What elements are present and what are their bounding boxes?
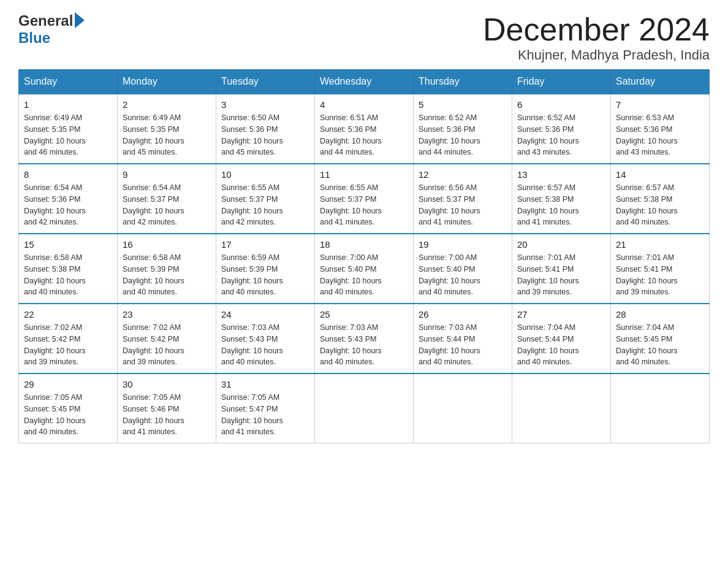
day-info: Sunrise: 7:02 AM Sunset: 5:42 PM Dayligh…: [123, 322, 211, 368]
day-number: 15: [24, 239, 112, 250]
calendar-cell: 28 Sunrise: 7:04 AM Sunset: 5:45 PM Dayl…: [611, 304, 710, 373]
calendar-cell: 19 Sunrise: 7:00 AM Sunset: 5:40 PM Dayl…: [414, 234, 512, 304]
month-title: December 2024: [483, 12, 710, 47]
calendar-cell: 3 Sunrise: 6:50 AM Sunset: 5:36 PM Dayli…: [216, 94, 315, 164]
day-info: Sunrise: 7:00 AM Sunset: 5:40 PM Dayligh…: [320, 252, 408, 298]
day-info: Sunrise: 7:05 AM Sunset: 5:46 PM Dayligh…: [123, 392, 211, 438]
calendar-week-row: 1 Sunrise: 6:49 AM Sunset: 5:35 PM Dayli…: [19, 94, 710, 164]
day-number: 5: [419, 99, 507, 110]
day-info: Sunrise: 7:03 AM Sunset: 5:43 PM Dayligh…: [221, 322, 309, 368]
calendar-cell: 11 Sunrise: 6:55 AM Sunset: 5:37 PM Dayl…: [315, 164, 414, 234]
calendar-cell: 29 Sunrise: 7:05 AM Sunset: 5:45 PM Dayl…: [19, 373, 118, 443]
calendar-cell: 30 Sunrise: 7:05 AM Sunset: 5:46 PM Dayl…: [118, 373, 216, 443]
day-info: Sunrise: 7:03 AM Sunset: 5:44 PM Dayligh…: [419, 322, 507, 368]
day-number: 2: [123, 99, 211, 110]
col-header-saturday: Saturday: [611, 70, 710, 94]
day-info: Sunrise: 6:49 AM Sunset: 5:35 PM Dayligh…: [24, 112, 112, 158]
day-number: 20: [517, 239, 605, 250]
day-number: 31: [221, 379, 309, 389]
col-header-thursday: Thursday: [414, 70, 512, 94]
logo: General Blue: [18, 12, 85, 47]
day-info: Sunrise: 7:05 AM Sunset: 5:47 PM Dayligh…: [221, 392, 309, 438]
day-number: 1: [24, 99, 112, 110]
calendar-cell: [512, 373, 611, 443]
day-info: Sunrise: 6:57 AM Sunset: 5:38 PM Dayligh…: [517, 182, 605, 228]
calendar-cell: 25 Sunrise: 7:03 AM Sunset: 5:43 PM Dayl…: [315, 304, 414, 373]
day-info: Sunrise: 6:55 AM Sunset: 5:37 PM Dayligh…: [221, 182, 309, 228]
calendar-cell: 15 Sunrise: 6:58 AM Sunset: 5:38 PM Dayl…: [19, 234, 118, 304]
day-info: Sunrise: 6:57 AM Sunset: 5:38 PM Dayligh…: [616, 182, 704, 228]
day-info: Sunrise: 7:02 AM Sunset: 5:42 PM Dayligh…: [24, 322, 112, 368]
logo-arrow-icon: [75, 12, 85, 28]
day-number: 28: [616, 309, 704, 320]
col-header-wednesday: Wednesday: [315, 70, 414, 94]
calendar-week-row: 29 Sunrise: 7:05 AM Sunset: 5:45 PM Dayl…: [19, 373, 710, 443]
calendar-cell: 10 Sunrise: 6:55 AM Sunset: 5:37 PM Dayl…: [216, 164, 315, 234]
calendar-cell: 5 Sunrise: 6:52 AM Sunset: 5:36 PM Dayli…: [414, 94, 512, 164]
day-number: 18: [320, 239, 408, 250]
calendar-cell: 31 Sunrise: 7:05 AM Sunset: 5:47 PM Dayl…: [216, 373, 315, 443]
day-info: Sunrise: 6:56 AM Sunset: 5:37 PM Dayligh…: [419, 182, 507, 228]
day-info: Sunrise: 7:03 AM Sunset: 5:43 PM Dayligh…: [320, 322, 408, 368]
day-info: Sunrise: 6:50 AM Sunset: 5:36 PM Dayligh…: [221, 112, 309, 158]
calendar-cell: 17 Sunrise: 6:59 AM Sunset: 5:39 PM Dayl…: [216, 234, 315, 304]
location-text: Khujner, Madhya Pradesh, India: [483, 47, 710, 63]
day-number: 6: [517, 99, 605, 110]
day-info: Sunrise: 6:53 AM Sunset: 5:36 PM Dayligh…: [616, 112, 704, 158]
day-info: Sunrise: 6:49 AM Sunset: 5:35 PM Dayligh…: [123, 112, 211, 158]
day-number: 29: [24, 379, 112, 389]
title-section: December 2024 Khujner, Madhya Pradesh, I…: [483, 12, 710, 63]
calendar-cell: 24 Sunrise: 7:03 AM Sunset: 5:43 PM Dayl…: [216, 304, 315, 373]
calendar-week-row: 8 Sunrise: 6:54 AM Sunset: 5:36 PM Dayli…: [19, 164, 710, 234]
day-info: Sunrise: 6:54 AM Sunset: 5:36 PM Dayligh…: [24, 182, 112, 228]
day-info: Sunrise: 7:04 AM Sunset: 5:44 PM Dayligh…: [517, 322, 605, 368]
day-info: Sunrise: 6:59 AM Sunset: 5:39 PM Dayligh…: [221, 252, 309, 298]
logo-general-text: General: [18, 12, 73, 29]
logo-wrapper: General Blue: [18, 12, 85, 47]
day-number: 13: [517, 169, 605, 180]
day-number: 25: [320, 309, 408, 320]
day-info: Sunrise: 7:00 AM Sunset: 5:40 PM Dayligh…: [419, 252, 507, 298]
day-info: Sunrise: 6:55 AM Sunset: 5:37 PM Dayligh…: [320, 182, 408, 228]
calendar-cell: 21 Sunrise: 7:01 AM Sunset: 5:41 PM Dayl…: [611, 234, 710, 304]
day-number: 30: [123, 379, 211, 389]
calendar-cell: 20 Sunrise: 7:01 AM Sunset: 5:41 PM Dayl…: [512, 234, 611, 304]
page-header: General Blue December 2024 Khujner, Madh…: [18, 12, 710, 63]
day-number: 7: [616, 99, 704, 110]
day-info: Sunrise: 7:01 AM Sunset: 5:41 PM Dayligh…: [517, 252, 605, 298]
calendar-cell: 9 Sunrise: 6:54 AM Sunset: 5:37 PM Dayli…: [118, 164, 216, 234]
day-info: Sunrise: 7:05 AM Sunset: 5:45 PM Dayligh…: [24, 392, 112, 438]
col-header-tuesday: Tuesday: [216, 70, 315, 94]
calendar-cell: [315, 373, 414, 443]
day-number: 19: [419, 239, 507, 250]
calendar-week-row: 15 Sunrise: 6:58 AM Sunset: 5:38 PM Dayl…: [19, 234, 710, 304]
calendar-cell: 8 Sunrise: 6:54 AM Sunset: 5:36 PM Dayli…: [19, 164, 118, 234]
day-number: 23: [123, 309, 211, 320]
calendar-cell: 12 Sunrise: 6:56 AM Sunset: 5:37 PM Dayl…: [414, 164, 512, 234]
day-info: Sunrise: 6:58 AM Sunset: 5:38 PM Dayligh…: [24, 252, 112, 298]
logo-blue-text: Blue: [18, 29, 85, 47]
calendar-header-row: SundayMondayTuesdayWednesdayThursdayFrid…: [19, 70, 710, 94]
calendar-cell: 2 Sunrise: 6:49 AM Sunset: 5:35 PM Dayli…: [118, 94, 216, 164]
day-number: 3: [221, 99, 309, 110]
day-number: 12: [419, 169, 507, 180]
calendar-cell: 23 Sunrise: 7:02 AM Sunset: 5:42 PM Dayl…: [118, 304, 216, 373]
day-info: Sunrise: 6:54 AM Sunset: 5:37 PM Dayligh…: [123, 182, 211, 228]
day-number: 10: [221, 169, 309, 180]
col-header-monday: Monday: [118, 70, 216, 94]
calendar-cell: [414, 373, 512, 443]
calendar-cell: 7 Sunrise: 6:53 AM Sunset: 5:36 PM Dayli…: [611, 94, 710, 164]
day-number: 9: [123, 169, 211, 180]
calendar-cell: 14 Sunrise: 6:57 AM Sunset: 5:38 PM Dayl…: [611, 164, 710, 234]
calendar-cell: 26 Sunrise: 7:03 AM Sunset: 5:44 PM Dayl…: [414, 304, 512, 373]
day-info: Sunrise: 6:58 AM Sunset: 5:39 PM Dayligh…: [123, 252, 211, 298]
day-info: Sunrise: 6:51 AM Sunset: 5:36 PM Dayligh…: [320, 112, 408, 158]
calendar-cell: 27 Sunrise: 7:04 AM Sunset: 5:44 PM Dayl…: [512, 304, 611, 373]
day-number: 24: [221, 309, 309, 320]
day-number: 22: [24, 309, 112, 320]
day-number: 17: [221, 239, 309, 250]
calendar-cell: 1 Sunrise: 6:49 AM Sunset: 5:35 PM Dayli…: [19, 94, 118, 164]
calendar-cell: 4 Sunrise: 6:51 AM Sunset: 5:36 PM Dayli…: [315, 94, 414, 164]
day-number: 16: [123, 239, 211, 250]
day-info: Sunrise: 7:01 AM Sunset: 5:41 PM Dayligh…: [616, 252, 704, 298]
